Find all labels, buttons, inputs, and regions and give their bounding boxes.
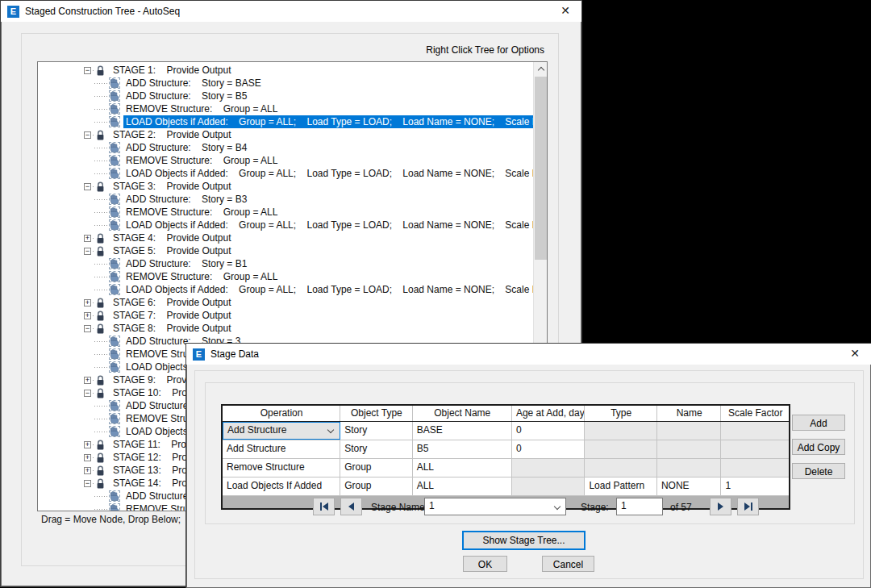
table-cell[interactable]: Load Pattern [585,477,657,495]
tree-connector-line [94,96,107,97]
first-stage-button[interactable] [313,498,335,515]
tree-stage-node[interactable]: −STAGE 8: Provide Output [38,322,533,335]
tree-stage-node[interactable]: −STAGE 2: Provide Output [38,128,533,141]
scroll-up-icon[interactable] [534,62,548,76]
table-cell [585,422,657,440]
collapse-icon[interactable]: − [84,67,91,74]
tree-stage-node[interactable]: +STAGE 4: Provide Output [38,231,533,244]
table-cell[interactable]: Add Structure [223,440,340,458]
tree-node-label: LOAD Objects if Added: Group = ALL; Load… [123,167,548,180]
cancel-button[interactable]: Cancel [542,556,594,572]
table-header-cell: Name [657,406,722,421]
tree-operation-node[interactable]: ADD Structure: Story = B1 [38,257,533,270]
tree-window-titlebar[interactable]: E Staged Construction Tree - AutoSeq ✕ [1,1,581,22]
tree-connector-line [94,509,107,510]
hand-icon [109,155,120,166]
tree-node-label: STAGE 8: Provide Output [110,322,234,335]
tree-connector-line [94,264,107,265]
tree-operation-node[interactable]: REMOVE Structure: Group = ALL [38,206,533,219]
tree-node-label: STAGE 5: Provide Output [110,244,234,257]
collapse-icon[interactable]: − [84,480,91,487]
ok-button[interactable]: OK [463,556,507,572]
tree-operation-node[interactable]: REMOVE Structure: Group = ALL [38,270,533,283]
table-cell[interactable]: BASE [413,422,512,440]
delete-button[interactable]: Delete [792,463,845,479]
operation-combobox[interactable]: Add Structure [223,422,340,440]
stage-name-combobox[interactable]: 1 [424,498,566,515]
table-cell[interactable]: Remove Structure [223,459,340,477]
expand-icon[interactable]: + [84,377,91,384]
tree-stage-node[interactable]: +STAGE 6: Provide Output [38,296,533,309]
tree-status-text: Drag = Move Node, Drop Below; Ctrl [41,514,206,525]
table-cell[interactable]: Load Objects If Added [223,477,340,495]
scrollbar-thumb[interactable] [535,77,547,260]
expand-icon[interactable]: + [84,235,91,242]
tree-stage-node[interactable]: −STAGE 1: Provide Output [38,64,533,77]
table-cell[interactable]: B5 [413,440,512,458]
expand-icon[interactable]: + [84,312,91,319]
hand-icon [109,284,120,295]
expand-icon[interactable]: + [84,441,91,448]
collapse-icon[interactable]: − [84,248,91,255]
stage-data-titlebar[interactable]: E Stage Data ✕ [186,344,871,365]
show-stage-tree-button[interactable]: Show Stage Tree... [462,531,586,550]
hand-icon [109,336,120,347]
tree-node-label: REMOVE Structure: Group = ALL [123,154,280,167]
table-cell[interactable]: Group [340,459,413,477]
collapse-icon[interactable]: − [84,325,91,332]
tree-operation-node[interactable]: ADD Structure: Story = BASE [38,77,533,90]
tree-operation-node[interactable]: ADD Structure: Story = B3 [38,193,533,206]
table-header-cell: Scale Factor [721,406,789,421]
table-row: Load Objects If AddedGroupALLLoad Patter… [223,477,789,496]
collapse-icon[interactable]: − [84,390,91,397]
table-cell[interactable]: ALL [413,477,512,495]
stage-number-input[interactable]: 1 [616,498,663,515]
table-cell [657,459,722,477]
tree-node-label: REMOVE Structure: Group = ALL [123,270,280,283]
table-cell [512,477,585,495]
tree-operation-node[interactable]: REMOVE Structure: Group = ALL [38,154,533,167]
tree-operation-node[interactable]: ADD Structure: Story = B4 [38,141,533,154]
expand-icon[interactable]: + [84,467,91,474]
table-row: Add StructureStoryBASE0 [223,422,789,440]
expand-icon[interactable]: + [84,299,91,307]
tree-connector-line [94,225,107,226]
expand-icon[interactable]: + [84,454,91,461]
last-stage-button[interactable] [737,498,759,515]
tree-connector-line [94,290,107,290]
tree-operation-node[interactable]: LOAD Objects if Added: Group = ALL; Load… [38,115,533,128]
close-icon[interactable]: ✕ [561,4,570,17]
table-cell[interactable]: ALL [413,459,512,477]
previous-stage-button[interactable] [340,498,362,515]
table-cell[interactable]: 1 [721,477,789,495]
table-row: Add StructureStoryB50 [223,440,789,459]
right-click-hint: Right Click Tree for Options [426,44,544,56]
table-cell[interactable]: 0 [512,440,585,458]
tree-connector-line [94,432,107,432]
tree-operation-node[interactable]: LOAD Objects if Added: Group = ALL; Load… [38,167,533,180]
collapse-icon[interactable]: − [84,183,91,190]
table-cell[interactable]: Group [340,477,413,495]
hand-icon [109,348,120,360]
tree-stage-node[interactable]: −STAGE 3: Provide Output [38,180,533,193]
close-icon[interactable]: ✕ [850,347,860,360]
tree-connector-line [94,212,107,213]
last-icon [744,503,750,511]
tree-operation-node[interactable]: LOAD Objects if Added: Group = ALL; Load… [38,283,533,296]
tree-operation-node[interactable]: LOAD Objects if Added: Group = ALL; Load… [38,219,533,231]
tree-connector-line [94,109,107,110]
add-button[interactable]: Add [792,415,845,431]
table-cell[interactable]: 0 [512,422,585,440]
next-stage-button[interactable] [710,498,731,515]
tree-stage-node[interactable]: −STAGE 5: Provide Output [38,244,533,257]
table-cell [585,440,657,458]
tree-operation-node[interactable]: ADD Structure: Story = B5 [38,90,533,102]
table-cell[interactable]: Story [340,440,413,458]
tree-stage-node[interactable]: +STAGE 7: Provide Output [38,309,533,322]
tree-operation-node[interactable]: REMOVE Structure: Group = ALL [38,102,533,115]
add-copy-button[interactable]: Add Copy [792,439,845,455]
hand-icon [109,400,120,411]
table-cell[interactable]: Story [340,422,413,440]
table-cell[interactable]: NONE [657,477,722,495]
collapse-icon[interactable]: − [84,131,91,139]
